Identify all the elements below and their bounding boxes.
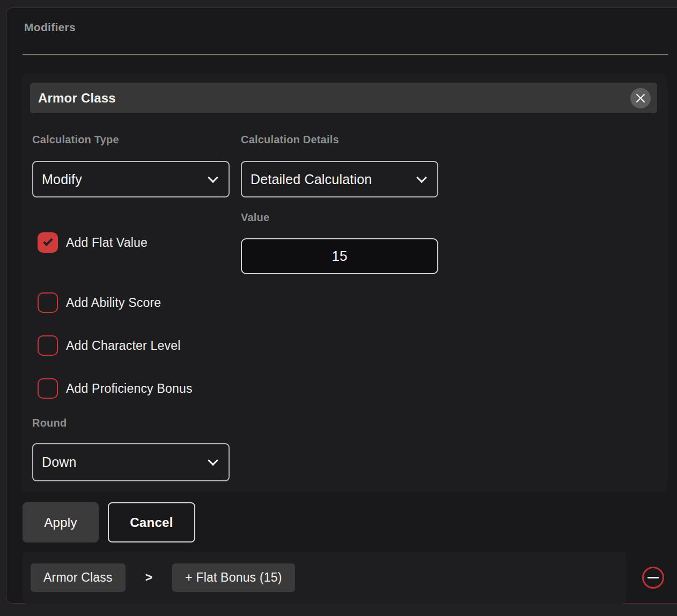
checkbox-add-flat-value[interactable]: Add Flat Value xyxy=(38,232,148,253)
modifiers-screen: Modifiers Armor Class Calculation Type M… xyxy=(0,0,677,616)
modifiers-panel: Modifiers Armor Class Calculation Type M… xyxy=(6,8,677,604)
checkbox-label: Add Flat Value xyxy=(66,236,148,250)
round-label: Round xyxy=(32,417,67,429)
checkbox-box xyxy=(38,335,58,356)
section-divider xyxy=(23,54,668,55)
round-select[interactable]: Down xyxy=(32,443,230,481)
remove-modifier-button[interactable] xyxy=(642,567,664,589)
checkmark-icon xyxy=(43,236,53,246)
checkbox-box xyxy=(38,378,58,399)
chevron-down-icon xyxy=(208,455,218,466)
minus-icon xyxy=(647,577,659,578)
checkbox-label: Add Character Level xyxy=(66,339,180,353)
cancel-button[interactable]: Cancel xyxy=(108,502,195,542)
checkbox-box xyxy=(38,232,58,253)
checkbox-add-proficiency-bonus[interactable]: Add Proficiency Bonus xyxy=(38,378,193,399)
section-title: Modifiers xyxy=(24,21,76,34)
checkbox-add-ability-score[interactable]: Add Ability Score xyxy=(38,292,161,313)
calculation-details-label: Calculation Details xyxy=(241,134,339,146)
calculation-type-value: Modify xyxy=(42,172,82,187)
modifier-summary-row: Armor Class > + Flat Bonus (15) xyxy=(23,552,626,604)
checkbox-add-character-level[interactable]: Add Character Level xyxy=(38,335,180,356)
modifier-header-bar: Armor Class xyxy=(30,83,657,113)
modifier-target-chip: Armor Class xyxy=(31,563,126,592)
calculation-details-select[interactable]: Detailed Calculation xyxy=(241,161,438,197)
round-value: Down xyxy=(42,454,77,470)
close-icon xyxy=(636,93,645,103)
chevron-down-icon xyxy=(208,172,218,183)
value-label: Value xyxy=(241,211,269,224)
calculation-type-label: Calculation Type xyxy=(32,134,119,146)
modifier-name: Armor Class xyxy=(38,91,116,106)
calculation-details-value: Detailed Calculation xyxy=(251,172,372,187)
apply-button[interactable]: Apply xyxy=(23,502,99,542)
checkbox-label: Add Ability Score xyxy=(66,296,161,310)
chevron-down-icon xyxy=(416,172,427,183)
checkbox-label: Add Proficiency Bonus xyxy=(66,382,193,396)
modifier-effect-chip: + Flat Bonus (15) xyxy=(172,563,295,592)
close-button[interactable] xyxy=(630,88,651,108)
modifier-separator: > xyxy=(145,570,152,585)
calculation-type-select[interactable]: Modify xyxy=(32,161,230,197)
value-input[interactable] xyxy=(241,238,438,274)
checkbox-box xyxy=(38,292,58,313)
